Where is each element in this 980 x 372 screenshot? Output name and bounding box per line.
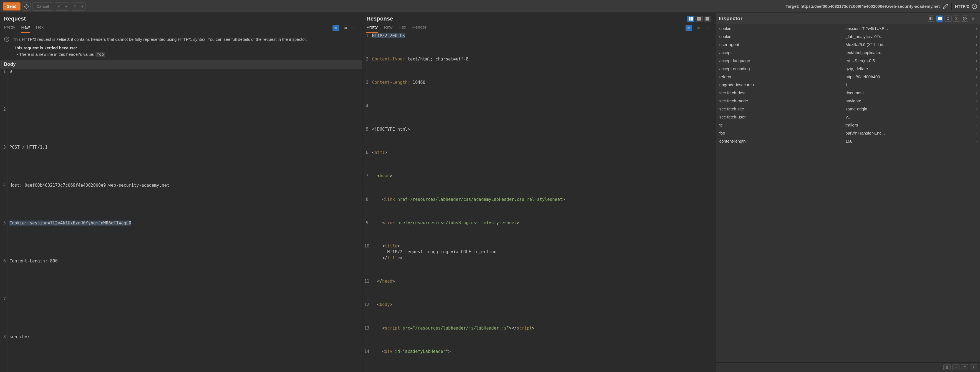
layout-single-button[interactable] — [704, 16, 711, 22]
inspector-add-button[interactable]: + — [970, 364, 977, 370]
inspector-row[interactable]: refererhttps://0aef00b403...› — [716, 73, 980, 81]
request-title: Request — [4, 16, 26, 22]
target-label: Target: https://0aef00b4032173c7c069f4e4… — [786, 4, 940, 9]
expand-icon — [947, 17, 950, 20]
inspector-row[interactable]: foobar\r\nTransfer-Enc...› — [716, 129, 980, 137]
chevron-right-icon: › — [972, 26, 977, 31]
svg-point-0 — [26, 6, 27, 7]
request-actions-button[interactable] — [332, 25, 339, 31]
chevron-right-icon: › — [972, 114, 977, 119]
inspector-close-button[interactable] — [969, 16, 977, 22]
request-body-editor[interactable]: 102 3POST / HTTP/1.14Host: 0aef00b403217… — [0, 69, 362, 372]
history-back-menu[interactable]: ▾ — [63, 2, 69, 11]
inspector-key: referer — [719, 74, 846, 79]
response-viewer[interactable]: 1HTTP/2 200 OK2Content-Type: text/html; … — [363, 33, 715, 372]
inspector-value: 168 — [845, 139, 972, 143]
kettled-reason: • There is a newline in this header's va… — [0, 51, 362, 60]
inspector-panel: Inspector — [716, 13, 980, 372]
chevron-right-icon: › — [972, 139, 977, 143]
chevron-right-icon: › — [972, 66, 977, 71]
layout-columns-button[interactable] — [687, 16, 694, 22]
send-button[interactable]: Send — [3, 2, 21, 11]
info-icon — [4, 37, 10, 42]
inspector-layout-right[interactable] — [936, 16, 943, 22]
svg-rect-23 — [931, 17, 933, 20]
response-actions-button[interactable] — [686, 25, 692, 31]
inspector-up-button[interactable]: ⌃ — [961, 364, 968, 370]
inspector-key: accept-language — [719, 58, 846, 63]
svg-rect-13 — [697, 17, 701, 19]
inspector-collapse-button[interactable] — [953, 16, 960, 22]
svg-rect-15 — [705, 17, 710, 21]
caret-down-icon: ▾ — [65, 4, 67, 9]
inspector-row[interactable]: cookie_lab_analytics=0fY...› — [716, 32, 980, 40]
chevron-right-icon: › — [972, 83, 977, 87]
inspector-delete-button[interactable] — [943, 364, 951, 370]
settings-button[interactable] — [22, 2, 30, 11]
edit-target-button[interactable] — [943, 3, 948, 9]
inspector-row[interactable]: accepttext/html,applicatio...› — [716, 49, 980, 57]
collapse-icon — [955, 17, 958, 20]
svg-rect-24 — [938, 17, 940, 20]
newline-toggle[interactable]: \n — [695, 25, 702, 31]
help-icon — [972, 3, 977, 9]
response-tabs: PrettyRawHexRender \n — [363, 22, 715, 33]
chevron-right-icon: › — [972, 99, 977, 103]
inspector-down-button[interactable]: ⌄ — [952, 364, 959, 370]
inspector-key: sec-fetch-mode — [719, 99, 846, 103]
plus-icon: + — [972, 365, 974, 369]
inspector-row[interactable]: accept-languageen-US,en;q=0.5› — [716, 57, 980, 65]
tab-hex[interactable]: Hex — [36, 25, 44, 33]
inspector-key: accept-encoding — [719, 66, 846, 71]
inspector-key: upgrade-insecure-r... — [719, 83, 846, 87]
layout-rows-button[interactable] — [695, 16, 703, 22]
inspector-row[interactable]: accept-encodinggzip, deflate› — [716, 65, 980, 73]
inspector-footer: ⌄ ⌃ + — [716, 362, 980, 372]
svg-point-26 — [964, 18, 965, 19]
cancel-button[interactable]: Cancel — [32, 2, 53, 11]
response-menu-button[interactable] — [705, 25, 711, 31]
inspector-value: ?1 — [845, 114, 972, 119]
inspector-value: bar\r\nTransfer-Enc... — [845, 131, 972, 135]
main-area: Request PrettyRawHex \n This HTTP/2 requ… — [0, 13, 980, 372]
tab-pretty[interactable]: Pretty — [4, 25, 15, 33]
chevron-right-icon: > — [74, 4, 76, 9]
request-tabs: PrettyRawHex \n — [0, 22, 362, 33]
inspector-key: accept — [719, 50, 846, 55]
inspector-row[interactable]: cookiesession=Tl2v4k1UxE...› — [716, 24, 980, 32]
http-version-label[interactable]: HTTP/2 — [955, 4, 969, 9]
inspector-key: user-agent — [719, 42, 846, 47]
inspector-value: trailers — [845, 122, 972, 127]
chevron-right-icon: › — [972, 131, 977, 135]
inspector-key: foo — [719, 131, 846, 135]
tab-raw[interactable]: Raw — [21, 25, 30, 33]
inspector-row[interactable]: upgrade-insecure-r...1› — [716, 81, 980, 89]
tab-hex[interactable]: Hex — [399, 25, 406, 33]
inspector-row[interactable]: sec-fetch-destdocument› — [716, 89, 980, 97]
tab-raw[interactable]: Raw — [384, 25, 393, 33]
inspector-row[interactable]: sec-fetch-user?1› — [716, 113, 980, 121]
target-display: Target: https://0aef00b4032173c7c069f4e4… — [786, 3, 948, 9]
panel-right-icon — [938, 17, 942, 20]
help-button[interactable] — [972, 3, 977, 9]
inspector-row[interactable]: content-length168› — [716, 137, 980, 145]
svg-rect-25 — [940, 17, 942, 20]
inspector-row[interactable]: tetrailers› — [716, 121, 980, 129]
tab-pretty[interactable]: Pretty — [366, 25, 377, 33]
inspector-row[interactable]: sec-fetch-modenavigate› — [716, 97, 980, 105]
chevron-up-icon: ⌃ — [963, 365, 966, 369]
history-back-button[interactable]: < — [55, 2, 63, 11]
inspector-row[interactable]: user-agentMozilla/5.0 (X11; Lin...› — [716, 40, 980, 49]
tab-render[interactable]: Render — [412, 25, 426, 33]
history-forward-button[interactable]: > — [71, 2, 80, 11]
inspector-layout-left[interactable] — [928, 16, 935, 22]
chevron-right-icon: › — [972, 91, 977, 95]
inspector-value: https://0aef00b403... — [845, 74, 972, 79]
history-forward-menu[interactable]: ▾ — [80, 2, 86, 11]
inspector-row[interactable]: sec-fetch-sitesame-origin› — [716, 105, 980, 113]
inspector-expand-button[interactable] — [945, 16, 952, 22]
inspector-settings-button[interactable] — [961, 16, 968, 22]
svg-rect-11 — [689, 17, 690, 21]
request-menu-button[interactable] — [352, 25, 358, 31]
newline-toggle[interactable]: \n — [342, 25, 348, 31]
